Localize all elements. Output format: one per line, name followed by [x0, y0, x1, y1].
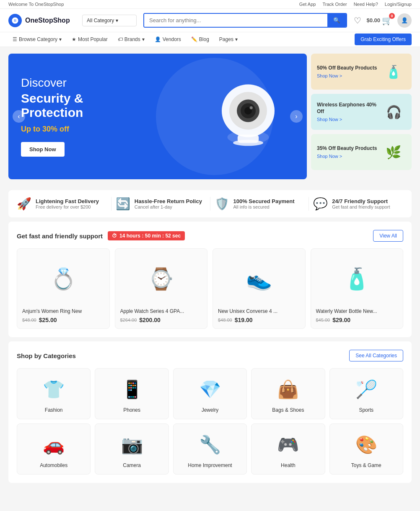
logo-text: OneStopShop: [25, 17, 70, 24]
nav-pages-label: Pages: [219, 36, 233, 42]
hero-section: ‹ Discover Security &Protection Up to 30…: [0, 47, 420, 186]
beauty-icon: 🧴: [386, 65, 401, 79]
automobiles-icon: 🚗: [39, 430, 68, 459]
side-banner-3: 35% Off Beauty Products Shop Now > 🌿: [311, 134, 412, 170]
divider-3: [309, 197, 309, 211]
old-price-bottle: $45.00: [316, 317, 330, 323]
hamburger-icon: ☰: [13, 36, 17, 42]
category-sports[interactable]: 🏸 Sports: [329, 368, 403, 419]
feature-support-desc: Get fast and friendly support: [332, 204, 390, 209]
shield-icon: 🛡️: [215, 197, 229, 211]
divider-2: [210, 197, 210, 211]
product-image-shoes: 👟: [218, 254, 300, 304]
side-banner-1-image: 🧴: [381, 59, 406, 84]
phones-icon: 📱: [117, 374, 147, 404]
chevron-down-icon: ▾: [116, 18, 118, 23]
new-price-ring: $25.00: [39, 317, 57, 323]
feature-delivery: 🚀 Lightening Fast Delivery Free delivery…: [17, 197, 107, 211]
side-banner-3-image: 🌿: [381, 139, 406, 165]
tag-icon: 🏷: [118, 36, 123, 42]
wishlist-icon[interactable]: ♡: [354, 15, 361, 26]
nav-browse-category[interactable]: ☰ Browse Category ▾: [8, 32, 66, 46]
side-banner-1: 50% Off Beauty Products Shop Now > 🧴: [311, 54, 412, 90]
side-banner-1-link[interactable]: Shop Now >: [317, 73, 377, 78]
hero-shop-now-button[interactable]: Shop Now: [21, 142, 65, 157]
cart-button[interactable]: $0.00 🛒 0: [366, 15, 392, 26]
hero-discount: Up to 30% off: [21, 125, 83, 134]
return-icon: 🔄: [116, 197, 130, 211]
category-bags-shoes[interactable]: 👜 Bags & Shoes: [251, 368, 325, 419]
product-card-shoes[interactable]: 👟 New Unisex Converse 4 ... $48.00 $19.0…: [213, 248, 306, 329]
login-signup-link[interactable]: Login/Signup: [385, 2, 412, 7]
category-bags-label: Bags & Shoes: [272, 407, 304, 413]
welcome-text: Welcome To OneStopShop: [8, 2, 64, 7]
nav-blog[interactable]: ✏️ Blog: [187, 32, 213, 46]
side-banner-2-title: Wireless Earphones 40% Off: [317, 102, 382, 115]
category-health[interactable]: 🎮 Health: [251, 423, 325, 475]
product-image-watch: ⌚: [120, 254, 202, 304]
nav-most-popular[interactable]: ★ Most Popular: [67, 32, 112, 46]
product-card-bottle[interactable]: 🧴 Waterly Water Bottle New... $45.00 $29…: [311, 248, 404, 329]
countdown-timer: ⏱ 14 hours : 50 min : 52 sec: [108, 231, 185, 240]
nav-pages[interactable]: Pages ▾: [215, 32, 242, 46]
features-bar: 🚀 Lightening Fast Delivery Free delivery…: [8, 190, 412, 217]
hero-banner: ‹ Discover Security &Protection Up to 30…: [8, 54, 307, 179]
feature-support-title: 24/7 Friendly Support: [332, 198, 390, 204]
feature-payment-text: 100% Secured Payment All info is secured: [233, 198, 295, 209]
side-banner-1-text: 50% Off Beauty Products Shop Now >: [317, 65, 377, 78]
side-banner-3-link[interactable]: Shop Now >: [317, 154, 377, 159]
side-banner-3-text: 35% Off Beauty Products Shop Now >: [317, 145, 377, 159]
grab-offers-button[interactable]: Grab Exciting Offers: [355, 34, 412, 45]
home-improvement-icon: 🔧: [195, 430, 225, 459]
category-label: All Category: [87, 18, 114, 23]
product-name-ring: Anjum's Women Ring New: [22, 308, 104, 314]
feature-return-text: Hassle-Free Return Policy Cancel after 1…: [135, 198, 202, 209]
category-fashion[interactable]: 👕 Fashion: [17, 368, 91, 419]
see-all-categories-button[interactable]: See All Categories: [349, 350, 403, 361]
product-card-watch[interactable]: ⌚ Apple Watch Series 4 GPA... $264.00 $2…: [115, 248, 208, 329]
product-card-ring[interactable]: 💍 Anjum's Women Ring New $48.00 $25.00: [17, 248, 110, 329]
navigation: ☰ Browse Category ▾ ★ Most Popular 🏷 Bra…: [0, 32, 420, 47]
avatar[interactable]: 👤: [397, 13, 412, 28]
user-icon: 👤: [155, 36, 161, 42]
category-phones[interactable]: 📱 Phones: [95, 368, 169, 419]
products-grid: 💍 Anjum's Women Ring New $48.00 $25.00 ⌚…: [17, 248, 403, 329]
need-help-link[interactable]: Need Help?: [354, 2, 378, 7]
nav-brands[interactable]: 🏷 Brands ▾: [114, 32, 149, 46]
track-order-link[interactable]: Track Order: [322, 2, 347, 7]
feature-payment: 🛡️ 100% Secured Payment All info is secu…: [215, 197, 305, 211]
search-button[interactable]: 🔍: [327, 14, 346, 27]
category-toys-game[interactable]: 🎨 Toys & Game: [329, 423, 403, 475]
toys-icon: 🎨: [352, 430, 381, 459]
categories-header: Shop by Categories See All Categories: [17, 350, 403, 361]
product-price-shoes: $48.00 $19.00: [218, 317, 300, 323]
category-camera[interactable]: 📷 Camera: [95, 423, 169, 475]
side-banner-2-image: 🎧: [382, 99, 406, 124]
categories-grid: 👕 Fashion 📱 Phones 💎 Jewelry 👜 Bags & Sh…: [17, 368, 403, 475]
category-automobiles-label: Automobiles: [40, 462, 67, 468]
old-price-ring: $48.00: [22, 317, 36, 323]
hero-next-button[interactable]: ›: [290, 110, 303, 123]
category-automobiles[interactable]: 🚗 Automobiles: [17, 423, 91, 475]
logo[interactable]: OneStopShop: [8, 14, 75, 27]
view-all-button[interactable]: View All: [373, 230, 403, 242]
nav-vendors[interactable]: 👤 Vendors: [150, 32, 185, 46]
rocket-icon: 🚀: [17, 197, 31, 211]
plant-icon: 🌿: [386, 145, 401, 160]
get-app-link[interactable]: Get App: [299, 2, 316, 7]
category-camera-label: Camera: [123, 462, 141, 468]
side-banner-2-link[interactable]: Shop Now >: [317, 117, 382, 122]
flash-deals-header: Get fast and friendly support ⏱ 14 hours…: [17, 230, 403, 242]
side-banner-1-title: 50% Off Beauty Products: [317, 65, 377, 72]
category-jewelry[interactable]: 💎 Jewelry: [173, 368, 247, 419]
chat-icon: 💬: [313, 197, 328, 211]
product-name-watch: Apple Watch Series 4 GPA...: [120, 308, 202, 314]
new-price-bottle: $29.00: [332, 317, 350, 323]
earphones-icon: 🎧: [386, 105, 402, 119]
category-home-improvement[interactable]: 🔧 Home Improvement: [173, 423, 247, 475]
health-icon: 🎮: [273, 430, 303, 459]
nav-popular-label: Most Popular: [78, 36, 108, 42]
category-dropdown[interactable]: All Category ▾: [82, 15, 137, 26]
hero-title: Security &Protection: [21, 91, 83, 120]
search-input[interactable]: [144, 14, 327, 27]
